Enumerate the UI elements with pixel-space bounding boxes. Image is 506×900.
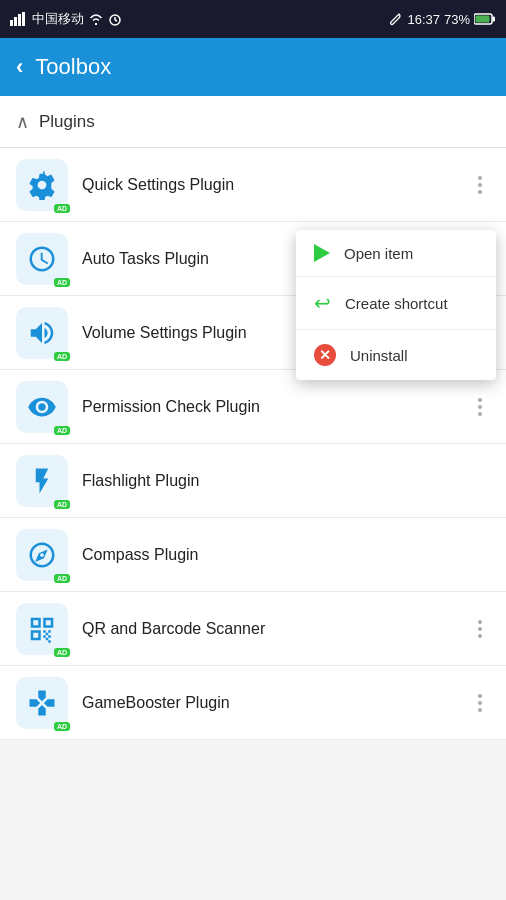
battery-label: 73%	[444, 12, 470, 27]
collapse-icon: ∧	[16, 111, 29, 133]
shortcut-icon: ↩	[314, 291, 331, 315]
ad-badge: AD	[54, 352, 70, 361]
plugin-icon-wrap: AD	[16, 233, 68, 285]
plugin-item-compass[interactable]: AD Compass Plugin	[0, 518, 506, 592]
section-header[interactable]: ∧ Plugins	[0, 96, 506, 148]
time-label: 16:37	[407, 12, 440, 27]
clock-icon	[27, 244, 57, 274]
uninstall-icon: ✕	[314, 344, 336, 366]
context-uninstall-label: Uninstall	[350, 347, 408, 364]
eye-icon	[27, 392, 57, 422]
ad-badge: AD	[54, 278, 70, 287]
plugin-icon-wrap: AD	[16, 381, 68, 433]
context-uninstall[interactable]: ✕ Uninstall	[296, 330, 496, 380]
status-left: 中国移动	[10, 10, 122, 28]
ad-badge: AD	[54, 204, 70, 213]
gear-icon	[27, 170, 57, 200]
ad-badge: AD	[54, 648, 70, 657]
back-button[interactable]: ‹	[16, 54, 23, 80]
plugin-name: QR and Barcode Scanner	[82, 620, 470, 638]
battery-icon	[474, 13, 496, 25]
svg-rect-9	[476, 16, 490, 23]
status-right: 16:37 73%	[389, 12, 496, 27]
plugin-icon-wrap: AD	[16, 677, 68, 729]
play-icon	[314, 244, 330, 262]
context-create-shortcut[interactable]: ↩ Create shortcut	[296, 277, 496, 330]
plugin-menu-button[interactable]	[470, 686, 490, 720]
plugin-item-qr-barcode[interactable]: AD QR and Barcode Scanner	[0, 592, 506, 666]
plugin-name: GameBooster Plugin	[82, 694, 470, 712]
plugin-name: Permission Check Plugin	[82, 398, 470, 416]
flashlight-icon	[27, 466, 57, 496]
signal-icon	[10, 12, 28, 26]
status-bar: 中国移动 16:37 73%	[0, 0, 506, 38]
plugin-item-quick-settings[interactable]: AD Quick Settings Plugin	[0, 148, 506, 222]
wrench-icon	[389, 12, 403, 26]
compass-icon	[27, 540, 57, 570]
plugin-name: Quick Settings Plugin	[82, 176, 470, 194]
plugin-icon-wrap: AD	[16, 307, 68, 359]
context-shortcut-label: Create shortcut	[345, 295, 448, 312]
svg-rect-3	[22, 12, 25, 26]
plugin-item-gamebooster[interactable]: AD GameBooster Plugin	[0, 666, 506, 740]
qr-icon	[27, 614, 57, 644]
app-header: ‹ Toolbox	[0, 38, 506, 96]
plugin-icon-wrap: AD	[16, 603, 68, 655]
plugin-menu-button[interactable]	[470, 168, 490, 202]
svg-rect-1	[14, 17, 17, 26]
plugin-menu-button[interactable]	[470, 612, 490, 646]
plugin-name: Compass Plugin	[82, 546, 490, 564]
plugin-icon-wrap: AD	[16, 455, 68, 507]
volume-icon	[27, 318, 57, 348]
section-label: Plugins	[39, 112, 95, 132]
plugin-item-permission-check[interactable]: AD Permission Check Plugin	[0, 370, 506, 444]
svg-line-6	[115, 20, 117, 21]
ad-badge: AD	[54, 426, 70, 435]
plugin-icon-wrap: AD	[16, 529, 68, 581]
svg-rect-2	[18, 14, 21, 26]
context-open-item[interactable]: Open item	[296, 230, 496, 277]
ad-badge: AD	[54, 500, 70, 509]
svg-rect-8	[493, 17, 496, 22]
plugin-name: Flashlight Plugin	[82, 472, 490, 490]
plugin-menu-button[interactable]	[470, 390, 490, 424]
plugin-item-flashlight[interactable]: AD Flashlight Plugin	[0, 444, 506, 518]
svg-rect-0	[10, 20, 13, 26]
plugin-icon-wrap: AD	[16, 159, 68, 211]
ad-badge: AD	[54, 574, 70, 583]
context-menu: Open item ↩ Create shortcut ✕ Uninstall	[296, 230, 496, 380]
carrier-label: 中国移动	[32, 10, 84, 28]
header-title: Toolbox	[35, 54, 111, 80]
wifi-icon	[88, 12, 104, 26]
ad-badge: AD	[54, 722, 70, 731]
context-open-label: Open item	[344, 245, 413, 262]
gamepad-icon	[27, 688, 57, 718]
alarm-icon	[108, 12, 122, 26]
